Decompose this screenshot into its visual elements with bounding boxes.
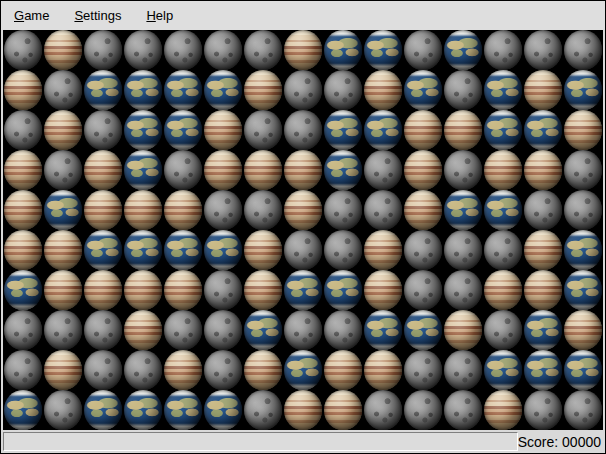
ball-moon[interactable] [403, 30, 443, 70]
ball-moon[interactable] [283, 110, 323, 150]
ball-moon[interactable] [163, 30, 203, 70]
ball-jupiter[interactable] [123, 270, 163, 310]
ball-moon[interactable] [483, 30, 523, 70]
ball-jupiter[interactable] [323, 390, 363, 430]
ball-moon[interactable] [563, 30, 603, 70]
ball-moon[interactable] [83, 110, 123, 150]
ball-earth[interactable] [483, 70, 523, 110]
ball-jupiter[interactable] [483, 270, 523, 310]
ball-earth[interactable] [563, 270, 603, 310]
ball-jupiter[interactable] [283, 190, 323, 230]
ball-moon[interactable] [3, 110, 43, 150]
ball-moon[interactable] [283, 70, 323, 110]
ball-jupiter[interactable] [3, 150, 43, 190]
ball-earth[interactable] [483, 190, 523, 230]
ball-jupiter[interactable] [563, 110, 603, 150]
ball-moon[interactable] [523, 190, 563, 230]
ball-jupiter[interactable] [43, 350, 83, 390]
ball-jupiter[interactable] [43, 270, 83, 310]
ball-moon[interactable] [403, 390, 443, 430]
ball-moon[interactable] [563, 190, 603, 230]
ball-moon[interactable] [363, 390, 403, 430]
menu-settings[interactable]: Settings [71, 6, 124, 25]
ball-earth[interactable] [563, 230, 603, 270]
ball-earth[interactable] [83, 70, 123, 110]
ball-moon[interactable] [363, 150, 403, 190]
ball-moon[interactable] [43, 70, 83, 110]
ball-earth[interactable] [123, 150, 163, 190]
ball-moon[interactable] [523, 30, 563, 70]
ball-jupiter[interactable] [363, 350, 403, 390]
ball-earth[interactable] [83, 390, 123, 430]
ball-earth[interactable] [363, 30, 403, 70]
ball-moon[interactable] [83, 30, 123, 70]
ball-earth[interactable] [123, 110, 163, 150]
ball-earth[interactable] [523, 310, 563, 350]
ball-jupiter[interactable] [123, 310, 163, 350]
ball-earth[interactable] [363, 310, 403, 350]
ball-jupiter[interactable] [283, 390, 323, 430]
ball-earth[interactable] [403, 70, 443, 110]
ball-earth[interactable] [523, 350, 563, 390]
ball-jupiter[interactable] [243, 230, 283, 270]
ball-jupiter[interactable] [523, 230, 563, 270]
ball-moon[interactable] [43, 310, 83, 350]
ball-moon[interactable] [443, 390, 483, 430]
ball-jupiter[interactable] [403, 150, 443, 190]
ball-earth[interactable] [203, 230, 243, 270]
ball-jupiter[interactable] [43, 110, 83, 150]
ball-moon[interactable] [243, 190, 283, 230]
ball-earth[interactable] [323, 30, 363, 70]
ball-earth[interactable] [163, 390, 203, 430]
ball-moon[interactable] [483, 230, 523, 270]
ball-moon[interactable] [83, 310, 123, 350]
ball-earth[interactable] [283, 270, 323, 310]
ball-earth[interactable] [323, 270, 363, 310]
ball-earth[interactable] [563, 350, 603, 390]
ball-moon[interactable] [163, 310, 203, 350]
ball-moon[interactable] [323, 70, 363, 110]
ball-moon[interactable] [203, 270, 243, 310]
ball-moon[interactable] [243, 390, 283, 430]
ball-jupiter[interactable] [403, 190, 443, 230]
ball-earth[interactable] [523, 110, 563, 150]
ball-earth[interactable] [443, 30, 483, 70]
ball-jupiter[interactable] [363, 270, 403, 310]
ball-earth[interactable] [123, 230, 163, 270]
ball-moon[interactable] [563, 150, 603, 190]
ball-earth[interactable] [283, 350, 323, 390]
ball-moon[interactable] [203, 190, 243, 230]
ball-jupiter[interactable] [203, 110, 243, 150]
ball-moon[interactable] [403, 270, 443, 310]
ball-moon[interactable] [403, 350, 443, 390]
ball-jupiter[interactable] [363, 230, 403, 270]
ball-jupiter[interactable] [523, 70, 563, 110]
ball-jupiter[interactable] [83, 150, 123, 190]
ball-jupiter[interactable] [443, 110, 483, 150]
ball-earth[interactable] [43, 190, 83, 230]
ball-earth[interactable] [443, 190, 483, 230]
ball-earth[interactable] [243, 310, 283, 350]
ball-moon[interactable] [563, 390, 603, 430]
ball-earth[interactable] [483, 350, 523, 390]
ball-moon[interactable] [363, 190, 403, 230]
ball-moon[interactable] [243, 30, 283, 70]
ball-jupiter[interactable] [43, 230, 83, 270]
ball-earth[interactable] [563, 70, 603, 110]
ball-earth[interactable] [203, 390, 243, 430]
ball-moon[interactable] [443, 230, 483, 270]
ball-moon[interactable] [323, 190, 363, 230]
ball-earth[interactable] [203, 70, 243, 110]
ball-earth[interactable] [323, 110, 363, 150]
ball-moon[interactable] [203, 350, 243, 390]
menu-help[interactable]: Help [143, 6, 176, 25]
ball-jupiter[interactable] [323, 350, 363, 390]
ball-earth[interactable] [163, 110, 203, 150]
ball-moon[interactable] [443, 150, 483, 190]
ball-jupiter[interactable] [123, 190, 163, 230]
ball-jupiter[interactable] [83, 270, 123, 310]
ball-jupiter[interactable] [483, 390, 523, 430]
ball-jupiter[interactable] [523, 270, 563, 310]
ball-earth[interactable] [363, 110, 403, 150]
ball-moon[interactable] [443, 350, 483, 390]
